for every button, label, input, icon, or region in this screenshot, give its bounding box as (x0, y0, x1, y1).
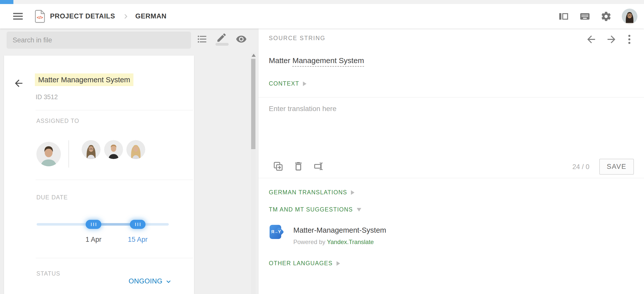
provider-link[interactable]: Yandex.Translate (327, 238, 374, 245)
other-languages-toggle[interactable]: OTHER LANGUAGES (269, 260, 340, 267)
assignee-avatar[interactable] (104, 140, 123, 159)
string-list-icon[interactable] (197, 34, 208, 45)
top-progress-strip (0, 0, 644, 4)
settings-gear-icon[interactable] (601, 11, 612, 22)
assigned-to-label: ASSIGNED TO (36, 118, 79, 124)
other-languages-label: OTHER LANGUAGES (269, 260, 333, 267)
select-text-icon[interactable] (313, 161, 324, 172)
german-translations-toggle[interactable]: GERMAN TRANSLATIONS (269, 189, 354, 196)
due-date-start: 1 Apr (77, 236, 110, 244)
string-title: Matter Management System (35, 76, 133, 84)
string-details-card: Matter Management System ID 3512 ASSIGNE… (4, 56, 194, 294)
due-date-label: DUE DATE (36, 194, 68, 201)
expanded-triangle-icon (357, 208, 361, 211)
status-dropdown[interactable]: ONGOING (129, 277, 173, 286)
mt-suggestion-row[interactable]: Я→Y Matter-Management-System Powered by … (270, 225, 386, 246)
file-code-icon: </> (34, 10, 46, 23)
side-panel-icon[interactable] (558, 11, 569, 22)
status-label: STATUS (36, 270, 60, 277)
left-panel: Matter Management System ID 3512 ASSIGNE… (0, 29, 258, 294)
breadcrumb-file-german[interactable]: GERMAN (135, 12, 167, 20)
german-translations-label: GERMAN TRANSLATIONS (269, 189, 347, 196)
slider-handle-start[interactable] (86, 220, 101, 229)
assignee-avatar-primary[interactable] (36, 142, 61, 166)
editor-toolbar (273, 161, 324, 172)
avatar-divider (68, 140, 69, 168)
copy-source-icon[interactable] (273, 161, 284, 172)
divider (258, 97, 644, 97)
due-date-range-slider (37, 223, 169, 226)
progress-fill (0, 0, 13, 4)
powered-by-label: Powered by (293, 238, 325, 245)
save-button[interactable]: SAVE (599, 159, 634, 175)
back-arrow-icon[interactable] (13, 78, 24, 89)
source-text-plain: Matter (269, 56, 290, 65)
collapsed-triangle-icon (337, 261, 340, 266)
preview-eye-icon[interactable] (236, 34, 247, 45)
previous-string-arrow-icon[interactable] (585, 34, 597, 45)
chevron-right-icon (121, 12, 130, 21)
collapsed-triangle-icon (303, 82, 306, 86)
suggestion-text[interactable]: Matter-Management-System (293, 226, 386, 234)
edit-mode-indicator (216, 43, 229, 46)
more-options-icon[interactable] (626, 34, 633, 45)
menu-icon[interactable] (13, 11, 23, 21)
slider-handle-end[interactable] (130, 220, 146, 229)
divider (36, 258, 193, 258)
keyboard-icon[interactable] (579, 11, 590, 22)
chevron-down-icon (164, 278, 173, 286)
tm-mt-suggestions-toggle[interactable]: TM AND MT SUGGESTIONS (269, 206, 361, 213)
tm-mt-suggestions-label: TM AND MT SUGGESTIONS (269, 206, 353, 213)
search-input[interactable] (7, 32, 191, 49)
scrollbar-thumb[interactable] (251, 59, 255, 149)
string-title-highlight: Matter Management System (35, 73, 133, 86)
user-avatar[interactable] (622, 9, 637, 24)
main-area: Matter Management System ID 3512 ASSIGNE… (0, 29, 644, 294)
breadcrumb-project-details[interactable]: PROJECT DETAILS (50, 12, 115, 20)
assignee-avatar[interactable] (82, 140, 101, 159)
divider (36, 180, 193, 180)
source-string-text: MatterManagement System (269, 56, 364, 65)
source-text-marked-term[interactable]: Management System (292, 56, 364, 67)
suggestion-attribution: Powered by Yandex.Translate (293, 238, 386, 246)
topbar-actions (558, 9, 637, 24)
source-string-label: SOURCE STRING (269, 35, 325, 42)
collapsed-triangle-icon (351, 190, 354, 195)
svg-text:</>: </> (37, 15, 43, 20)
scrollbar-up-arrow-icon[interactable] (252, 54, 256, 57)
editor-panel: SOURCE STRING MatterManagement System CO… (258, 29, 644, 294)
assignee-avatar[interactable] (126, 140, 145, 159)
due-date-end[interactable]: 15 Apr (121, 236, 154, 244)
context-label: CONTEXT (269, 80, 299, 87)
status-value: ONGOING (129, 277, 162, 285)
divider (36, 110, 193, 110)
character-counter: 24 / 0 (572, 163, 589, 171)
context-section-toggle[interactable]: CONTEXT (269, 80, 306, 87)
translation-input[interactable] (268, 102, 631, 157)
yandex-translate-icon: Я→Y (270, 225, 284, 239)
string-id: ID 3512 (36, 93, 58, 101)
topbar: </> PROJECT DETAILS GERMAN (0, 4, 644, 29)
edit-pencil-icon[interactable] (216, 32, 227, 43)
divider (258, 178, 644, 178)
next-string-arrow-icon[interactable] (606, 34, 617, 45)
clear-translation-trash-icon[interactable] (293, 161, 304, 172)
string-navigation (585, 34, 633, 45)
